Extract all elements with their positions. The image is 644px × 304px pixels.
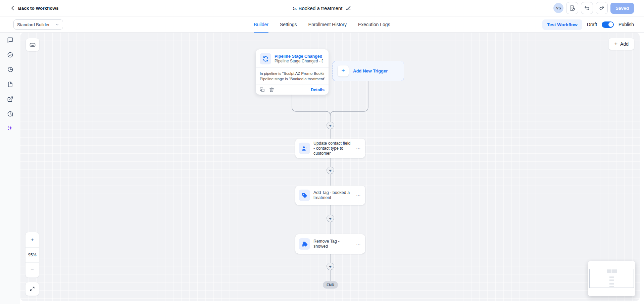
tab-settings[interactable]: Settings	[280, 16, 297, 33]
action-label: Update contact field - contact type to c…	[313, 141, 353, 156]
plus-icon: +	[338, 65, 349, 77]
trigger-icon-box	[260, 53, 271, 64]
add-new-trigger-label: Add New Trigger	[353, 68, 388, 73]
workflow-toolbar: Standard Builder Builder Settings Enroll…	[0, 16, 644, 33]
canvas-add-button[interactable]: + Add	[608, 38, 634, 50]
expand-icon	[29, 286, 35, 292]
insert-action-button-3[interactable]: +	[327, 215, 334, 222]
contact-update-icon	[301, 145, 308, 152]
builder-mode-select[interactable]: Standard Builder	[13, 19, 63, 30]
rail-goals-button[interactable]	[0, 47, 20, 62]
action-node-update-contact-field[interactable]: Update contact field - contact type to c…	[295, 139, 365, 158]
minimap-node	[609, 276, 614, 278]
action-label: Remove Tag - showed	[313, 239, 353, 249]
end-node: END	[323, 281, 338, 289]
rail-comments-button[interactable]	[0, 33, 20, 47]
copy-trigger-icon[interactable]	[260, 87, 265, 92]
left-icon-rail	[0, 33, 20, 304]
saved-button[interactable]: Saved	[610, 3, 634, 14]
workflow-canvas[interactable]: + Add Pipeline Stage Changed Pipeline St…	[20, 33, 640, 301]
rail-stats-button[interactable]	[0, 62, 20, 77]
action-node-remove-tag[interactable]: Remove Tag - showed ⋯	[295, 234, 365, 254]
rail-ai-button[interactable]	[0, 121, 20, 136]
action-menu-button[interactable]: ⋯	[356, 146, 362, 151]
version-history-button[interactable]	[566, 2, 578, 14]
redo-icon	[599, 5, 605, 11]
avatar[interactable]: VS	[553, 3, 563, 13]
trigger-condition: Pipeline stage is "Booked a treatment"	[260, 76, 325, 82]
page-title: 5. Booked a treatment	[293, 5, 343, 11]
workflow-tabs: Builder Settings Enrollment History Exec…	[254, 16, 390, 33]
rail-external-link-button[interactable]	[0, 92, 20, 106]
add-button-label: Add	[620, 41, 629, 47]
trigger-details-link[interactable]: Details	[311, 88, 325, 92]
tab-execution-logs[interactable]: Execution Logs	[358, 16, 390, 33]
publish-toggle[interactable]	[602, 21, 614, 28]
action-label: Add Tag - booked a treatment	[313, 190, 353, 200]
document-history-icon	[569, 5, 575, 11]
publish-label: Publish	[618, 22, 634, 27]
zoom-out-button[interactable]: −	[26, 262, 39, 277]
file-icon	[7, 81, 13, 88]
action-icon-box	[299, 143, 310, 154]
tab-enrollment-history[interactable]: Enrollment History	[308, 16, 347, 33]
back-label: Back to Workflows	[18, 6, 59, 11]
pie-chart-icon	[7, 66, 13, 73]
redo-button[interactable]	[596, 2, 608, 14]
undo-button[interactable]	[581, 2, 593, 14]
action-menu-button[interactable]: ⋯	[356, 193, 362, 198]
builder-mode-value: Standard Builder	[17, 22, 50, 27]
undo-icon	[584, 5, 590, 11]
chevron-down-icon	[55, 22, 59, 27]
minimap-node	[609, 286, 614, 287]
insert-action-button-1[interactable]: +	[327, 122, 334, 129]
trigger-condition: In pipeline is "Sculpt AZ Promo Bookin..…	[260, 71, 325, 76]
add-new-trigger-button[interactable]: + Add New Trigger	[333, 61, 404, 81]
rail-history-button[interactable]	[0, 106, 20, 121]
insert-action-button-4[interactable]: +	[327, 263, 334, 270]
minimap-node	[609, 283, 614, 285]
zoom-in-button[interactable]: +	[26, 232, 39, 247]
keyboard-icon	[29, 41, 36, 48]
zoom-level: 95%	[26, 247, 39, 262]
external-link-icon	[7, 96, 13, 102]
rail-notes-button[interactable]	[0, 77, 20, 92]
tag-remove-icon	[301, 241, 308, 247]
test-workflow-button[interactable]: Test Workflow	[542, 19, 582, 30]
top-bar: Back to Workflows 5. Booked a treatment …	[0, 0, 644, 16]
zoom-controls: + 95% −	[25, 232, 39, 278]
action-node-add-tag[interactable]: Add Tag - booked a treatment ⋯	[295, 186, 365, 205]
tab-builder[interactable]: Builder	[254, 16, 268, 33]
edit-title-icon[interactable]	[346, 5, 351, 11]
action-icon-box	[299, 238, 310, 250]
fit-screen-button[interactable]	[25, 282, 39, 296]
delete-trigger-icon[interactable]	[269, 87, 274, 92]
comment-icon	[7, 37, 13, 43]
keyboard-shortcuts-button[interactable]	[26, 38, 40, 51]
action-menu-button[interactable]: ⋯	[356, 241, 362, 247]
chevron-left-icon	[10, 5, 15, 11]
check-circle-icon	[7, 52, 13, 58]
minimap-node	[612, 269, 617, 273]
trigger-subtitle: Pipeline Stage Changed - Boo...	[275, 59, 323, 63]
trigger-title: Pipeline Stage Changed	[275, 54, 323, 59]
back-to-workflows[interactable]: Back to Workflows	[10, 5, 59, 11]
pipeline-stage-changed-icon	[262, 56, 269, 62]
minimap-node	[609, 280, 614, 281]
draft-label: Draft	[587, 22, 597, 27]
clock-history-icon	[7, 111, 13, 117]
toggle-knob	[608, 22, 613, 27]
minimap-node	[607, 269, 611, 273]
action-icon-box	[299, 190, 310, 201]
plus-icon: +	[614, 41, 617, 47]
trigger-card[interactable]: Pipeline Stage Changed Pipeline Stage Ch…	[256, 49, 329, 95]
minimap[interactable]	[588, 261, 635, 296]
tag-add-icon	[301, 192, 308, 199]
insert-action-button-2[interactable]: +	[327, 167, 334, 174]
ai-sparkles-icon	[7, 125, 13, 132]
